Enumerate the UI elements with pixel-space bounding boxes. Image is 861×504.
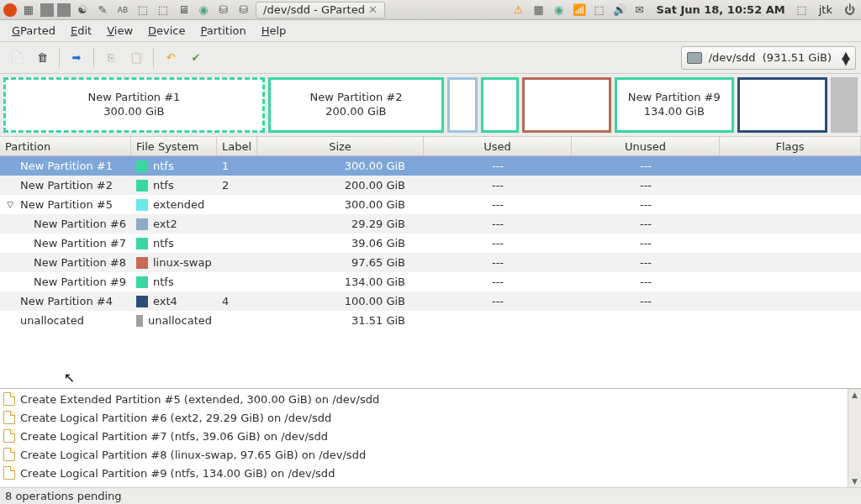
partition-block[interactable] xyxy=(447,77,477,133)
device-size: (931.51 GiB) xyxy=(763,51,832,64)
partition-block[interactable]: New Partition #9134.00 GiB xyxy=(615,77,734,133)
pv-size: 200.00 GiB xyxy=(325,105,386,119)
fs-name: unallocated xyxy=(148,314,212,327)
cell-size: 29.29 GiB xyxy=(257,218,424,230)
partition-block[interactable]: New Partition #1300.00 GiB xyxy=(3,77,265,133)
chrome-icon[interactable]: ◉ xyxy=(195,2,212,18)
table-row[interactable]: New Partition #6ext229.29 GiB------ xyxy=(0,214,861,234)
panel-icon[interactable]: ⬚ xyxy=(155,2,172,18)
fs-name: ntfs xyxy=(153,160,174,172)
undo-button[interactable]: ↶ xyxy=(159,46,182,70)
panel-icon[interactable]: ☯ xyxy=(74,2,91,18)
volume-icon[interactable]: 🔊 xyxy=(611,2,628,18)
menu-edit[interactable]: Edit xyxy=(64,22,98,39)
new-button[interactable]: 📄 xyxy=(5,46,29,70)
panel-icon[interactable]: ✎ xyxy=(94,2,111,18)
expander-icon[interactable]: ▽ xyxy=(5,200,15,209)
cell-used: --- xyxy=(424,256,572,269)
ubuntu-icon[interactable] xyxy=(3,3,17,17)
cell-size: 31.51 GiB xyxy=(257,314,424,327)
partition-name: New Partition #1 xyxy=(20,160,113,172)
paste-button[interactable]: 📋 xyxy=(124,46,148,70)
device-selector[interactable]: /dev/sdd (931.51 GiB) ▲▼ xyxy=(681,46,856,70)
scrollbar[interactable]: ▲ ▼ xyxy=(848,389,861,487)
cell-used: --- xyxy=(424,160,572,172)
tray-icon[interactable]: ▦ xyxy=(531,2,547,18)
menu-gparted[interactable]: GParted xyxy=(5,22,62,39)
tray-icon[interactable]: ⬚ xyxy=(591,2,608,18)
partition-block[interactable] xyxy=(831,77,858,133)
partition-block[interactable]: New Partition #2200.00 GiB xyxy=(268,77,444,133)
power-icon[interactable]: ⏻ xyxy=(841,2,858,18)
operation-item[interactable]: Create Logical Partition #6 (ext2, 29.29… xyxy=(3,408,844,427)
col-used[interactable]: Used xyxy=(424,137,572,155)
fs-swatch-icon xyxy=(136,160,148,172)
clock[interactable]: Sat Jun 18, 10:52 AM xyxy=(652,3,790,16)
table-row[interactable]: New Partition #8linux-swap97.65 GiB-----… xyxy=(0,253,861,272)
panel-icon[interactable]: ⬚ xyxy=(135,2,151,18)
partition-name: New Partition #6 xyxy=(20,218,126,230)
copy-button[interactable]: ⎘ xyxy=(99,46,123,70)
col-partition[interactable]: Partition xyxy=(0,137,131,155)
scroll-down-icon[interactable]: ▼ xyxy=(852,477,858,486)
apply-button[interactable]: ✔ xyxy=(184,46,208,70)
panel-icon[interactable]: 🖥 xyxy=(175,2,192,18)
partition-block[interactable] xyxy=(481,77,520,133)
os-top-panel: ▦ ☯ ✎ AB ⬚ ⬚ 🖥 ◉ ⛁ ⛁ /dev/sdd - GParted … xyxy=(0,0,861,20)
menu-device[interactable]: Device xyxy=(141,22,192,39)
close-icon[interactable]: ✕ xyxy=(368,3,378,16)
user-label[interactable]: jtk xyxy=(814,3,837,16)
menu-view[interactable]: View xyxy=(100,22,140,39)
operation-text: Create Extended Partition #5 (extended, … xyxy=(20,393,379,406)
operations-pane: Create Extended Partition #5 (extended, … xyxy=(0,388,861,487)
fs-name: ntfs xyxy=(153,276,174,288)
operation-item[interactable]: Create Logical Partition #9 (ntfs, 134.0… xyxy=(3,464,844,482)
network-icon[interactable]: 📶 xyxy=(571,2,588,18)
chrome-icon[interactable]: ◉ xyxy=(551,2,568,18)
operation-item[interactable]: Create Logical Partition #8 (linux-swap,… xyxy=(3,445,844,464)
delete-button[interactable]: 🗑 xyxy=(30,46,54,70)
operation-text: Create Logical Partition #9 (ntfs, 134.0… xyxy=(20,467,335,480)
panel-icon[interactable] xyxy=(57,3,71,17)
table-row[interactable]: New Partition #2ntfs2200.00 GiB------ xyxy=(0,176,861,195)
partition-block[interactable] xyxy=(522,77,611,133)
table-row[interactable]: New Partition #7ntfs39.06 GiB------ xyxy=(0,234,861,253)
menu-help[interactable]: Help xyxy=(255,22,293,39)
partition-block[interactable] xyxy=(737,77,828,133)
partition-name: unallocated xyxy=(20,314,84,327)
column-headers: Partition File System Label Size Used Un… xyxy=(0,136,861,156)
table-row[interactable]: New Partition #1ntfs1300.00 GiB------ xyxy=(0,156,861,176)
table-row[interactable]: ▽New Partition #5extended300.00 GiB-----… xyxy=(0,195,861,214)
fs-name: extended xyxy=(153,198,204,211)
cell-size: 39.06 GiB xyxy=(257,237,424,249)
taskbar-window-button[interactable]: /dev/sdd - GParted ✕ xyxy=(256,2,385,18)
separator xyxy=(93,48,94,68)
table-row[interactable]: New Partition #4ext44100.00 GiB------ xyxy=(0,291,861,311)
pv-label: New Partition #2 xyxy=(309,91,402,105)
menu-partition[interactable]: Partition xyxy=(194,22,253,39)
col-label[interactable]: Label xyxy=(217,137,257,155)
mail-icon[interactable]: ✉ xyxy=(631,2,648,18)
cell-size: 200.00 GiB xyxy=(257,179,424,192)
col-flags[interactable]: Flags xyxy=(720,137,861,155)
table-row[interactable]: New Partition #9ntfs134.00 GiB------ xyxy=(0,272,861,291)
col-filesystem[interactable]: File System xyxy=(131,137,217,155)
fs-name: ntfs xyxy=(153,237,174,249)
scroll-up-icon[interactable]: ▲ xyxy=(852,391,858,399)
panel-icon[interactable] xyxy=(40,3,54,17)
operation-item[interactable]: Create Extended Partition #5 (extended, … xyxy=(3,390,844,408)
user-icon[interactable]: ⬚ xyxy=(794,2,811,18)
operations-list[interactable]: Create Extended Partition #5 (extended, … xyxy=(0,389,848,487)
col-unused[interactable]: Unused xyxy=(572,137,720,155)
disk-icon[interactable]: ⛁ xyxy=(235,2,252,18)
resize-button[interactable]: ➡ xyxy=(65,46,88,70)
partition-table[interactable]: New Partition #1ntfs1300.00 GiB------New… xyxy=(0,156,861,388)
partition-name: New Partition #5 xyxy=(20,198,113,211)
col-size[interactable]: Size xyxy=(257,137,424,155)
panel-icon[interactable]: AB xyxy=(114,2,131,18)
disk-icon[interactable]: ⛁ xyxy=(215,2,232,18)
table-row[interactable]: unallocatedunallocated31.51 GiB xyxy=(0,311,861,330)
warning-icon[interactable]: ⚠ xyxy=(510,2,527,18)
operation-item[interactable]: Create Logical Partition #7 (ntfs, 39.06… xyxy=(3,427,844,445)
panel-icon[interactable]: ▦ xyxy=(20,2,37,18)
